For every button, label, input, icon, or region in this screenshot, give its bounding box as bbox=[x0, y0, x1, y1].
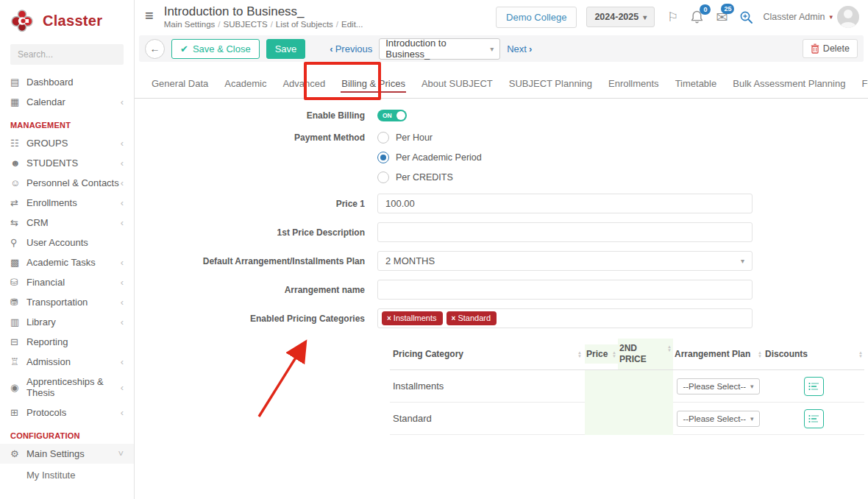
sidebar-item-students[interactable]: ☻ STUDENTS ‹ bbox=[0, 153, 134, 173]
sidebar-subitem-my-institute[interactable]: My Institute bbox=[0, 464, 134, 486]
caret-down-icon: ▾ bbox=[741, 257, 744, 265]
col-discounts[interactable]: Discounts ▲▼ bbox=[764, 344, 864, 364]
sidebar-item-calendar[interactable]: ▦ Calendar ‹ bbox=[0, 92, 134, 112]
delete-button[interactable]: Delete bbox=[803, 39, 858, 58]
flag-icon[interactable]: ⚐ bbox=[667, 10, 678, 25]
radio-per-hour[interactable]: Per Hour bbox=[377, 132, 753, 144]
discounts-list-button[interactable] bbox=[804, 377, 824, 396]
tag-installments[interactable]: × Installments bbox=[382, 311, 443, 325]
sidebar-item-apprenticeships-thesis[interactable]: ◉ Apprenticeships & Thesis ‹ bbox=[0, 372, 134, 403]
tab-subject-planning[interactable]: SUBJECT Planning bbox=[501, 72, 600, 98]
sidebar-item-enrollments[interactable]: ⇄ Enrollments ‹ bbox=[0, 193, 134, 213]
remove-icon[interactable]: × bbox=[452, 314, 456, 322]
list-icon bbox=[808, 414, 819, 423]
subject-select[interactable]: Introduction to Business_ ▾ bbox=[379, 38, 500, 60]
tag-standard[interactable]: × Standard bbox=[447, 311, 497, 325]
zoom-in-icon[interactable] bbox=[739, 10, 753, 24]
sidebar-item-transportation[interactable]: ⛃ Transportation ‹ bbox=[0, 292, 134, 312]
institution-button[interactable]: Demo College bbox=[496, 7, 577, 28]
col-price[interactable]: Price ▲▼ bbox=[585, 344, 618, 364]
caret-down-icon: ▾ bbox=[643, 13, 647, 21]
pricing-categories-tag-input[interactable]: × Installments × Standard bbox=[377, 308, 753, 328]
breadcrumb-item[interactable]: Main Settings bbox=[164, 20, 216, 29]
tab-bulk-assessment-planning[interactable]: Bulk Assessment Planning bbox=[725, 72, 853, 98]
academic-tasks-icon: ▩ bbox=[10, 257, 26, 268]
save-and-close-button[interactable]: ✔ Save & Close bbox=[171, 39, 260, 59]
row-second-price-cell[interactable] bbox=[618, 403, 673, 435]
radio-per-academic-period[interactable]: Per Academic Period bbox=[377, 152, 753, 163]
check-icon: ✔ bbox=[180, 43, 188, 54]
main-area: ≡ Introduction to Business_ Main Setting… bbox=[135, 0, 868, 499]
price-description-input[interactable] bbox=[377, 222, 753, 242]
col-pricing-category[interactable]: Pricing Category ▲▼ bbox=[390, 344, 585, 364]
breadcrumb-item[interactable]: List of Subjects bbox=[276, 20, 333, 29]
sidebar-item-personnel-contacts[interactable]: ☺ Personnel & Contacts ‹ bbox=[0, 173, 134, 193]
sidebar-item-academic-tasks[interactable]: ▩ Academic Tasks ‹ bbox=[0, 252, 134, 272]
sidebar-search-input[interactable] bbox=[10, 44, 124, 65]
arrangement-name-input[interactable] bbox=[377, 280, 753, 300]
sidebar-item-main-settings[interactable]: ⚙ Main Settings ˅ bbox=[0, 444, 134, 464]
enable-billing-label: Enable Billing bbox=[135, 110, 377, 121]
caret-down-icon: ▾ bbox=[829, 13, 833, 21]
row-price-cell[interactable] bbox=[585, 403, 618, 435]
enable-billing-toggle[interactable]: ON bbox=[377, 110, 407, 121]
remove-icon[interactable]: × bbox=[387, 314, 391, 322]
caret-down-icon: ▾ bbox=[490, 45, 494, 53]
sidebar-item-user-accounts[interactable]: ⚲ User Accounts bbox=[0, 233, 134, 252]
sidebar-item-financial[interactable]: ⛁ Financial ‹ bbox=[0, 272, 134, 292]
bus-icon: ⛃ bbox=[10, 297, 26, 308]
price1-input[interactable] bbox=[377, 194, 753, 213]
radio-per-credits[interactable]: Per CREDITS bbox=[377, 171, 753, 183]
back-button[interactable]: ← bbox=[145, 39, 165, 59]
user-menu[interactable]: Classter Admin ▾ bbox=[763, 6, 859, 28]
personnel-icon: ☺ bbox=[10, 177, 26, 188]
previous-link[interactable]: ‹ Previous bbox=[330, 43, 372, 54]
default-plan-select[interactable]: 2 MONTHS ▾ bbox=[377, 251, 753, 271]
sidebar-item-groups[interactable]: ☷ GROUPS ‹ bbox=[0, 133, 134, 153]
tab-files-links[interactable]: Files & Links bbox=[853, 72, 868, 98]
arrangement-plan-select[interactable]: --Please Select-- ▾ bbox=[677, 378, 759, 394]
sort-icon[interactable]: ▲▼ bbox=[758, 349, 762, 358]
save-button[interactable]: Save bbox=[266, 39, 306, 59]
caret-down-icon: ▾ bbox=[750, 415, 754, 422]
tab-general-data[interactable]: General Data bbox=[143, 72, 216, 98]
tab-timetable[interactable]: Timetable bbox=[667, 72, 725, 98]
row-second-price-cell[interactable] bbox=[618, 370, 673, 403]
notifications-bell-icon[interactable]: 0 bbox=[690, 10, 704, 24]
sidebar-item-library[interactable]: ▥ Library ‹ bbox=[0, 312, 134, 332]
chevron-left-icon: ‹ bbox=[121, 407, 125, 418]
sidebar-item-admission[interactable]: ♖ Admission ‹ bbox=[0, 352, 134, 372]
sort-icon[interactable]: ▲▼ bbox=[577, 349, 582, 358]
breadcrumb-item[interactable]: SUBJECTS bbox=[224, 20, 268, 29]
sidebar-item-reporting[interactable]: ⊟ Reporting bbox=[0, 332, 134, 352]
sidebar-item-dashboard[interactable]: ▤ Dashboard bbox=[0, 72, 134, 92]
messages-envelope-icon[interactable]: ✉ 25 bbox=[716, 9, 728, 26]
row-price-cell[interactable] bbox=[585, 370, 618, 403]
archive-icon: ⊞ bbox=[10, 407, 26, 418]
tab-enrollments[interactable]: Enrollments bbox=[600, 72, 667, 98]
sidebar-item-crm[interactable]: ⇆ CRM ‹ bbox=[0, 213, 134, 233]
sidebar-item-protocols[interactable]: ⊞ Protocols ‹ bbox=[0, 403, 134, 422]
sort-icon[interactable]: ▲▼ bbox=[612, 349, 616, 358]
col-second-price[interactable]: 2ND PRICE ▲▼ bbox=[618, 339, 673, 369]
col-arrangement-plan[interactable]: Arrangement Plan ▲▼ bbox=[673, 344, 764, 364]
tab-billing-prices[interactable]: Billing & Prices bbox=[333, 72, 413, 98]
price-description-label: 1st Price Description bbox=[135, 227, 377, 238]
user-name: Classter Admin bbox=[763, 12, 825, 22]
tab-academic[interactable]: Academic bbox=[216, 72, 274, 98]
billing-form: Enable Billing ON Payment Method Per Hou… bbox=[135, 99, 868, 435]
row-category: Standard bbox=[393, 413, 432, 424]
sort-icon[interactable]: ▲▼ bbox=[667, 343, 672, 353]
dashboard-icon: ▤ bbox=[10, 77, 26, 88]
table-row-installments: Installments --Please Select-- ▾ bbox=[390, 370, 864, 403]
hamburger-icon[interactable]: ≡ bbox=[145, 7, 154, 24]
tab-advanced[interactable]: Advanced bbox=[274, 72, 333, 98]
tab-about-subject[interactable]: About SUBJECT bbox=[413, 72, 501, 98]
sort-icon[interactable]: ▲▼ bbox=[858, 349, 863, 358]
academic-year-select[interactable]: 2024-2025 ▾ bbox=[586, 7, 655, 27]
crm-icon: ⇆ bbox=[10, 217, 26, 228]
discounts-list-button[interactable] bbox=[804, 409, 824, 428]
next-link[interactable]: Next › bbox=[507, 43, 532, 54]
brand-logo-row[interactable]: Classter bbox=[0, 0, 134, 37]
arrangement-plan-select[interactable]: --Please Select-- ▾ bbox=[677, 411, 759, 427]
